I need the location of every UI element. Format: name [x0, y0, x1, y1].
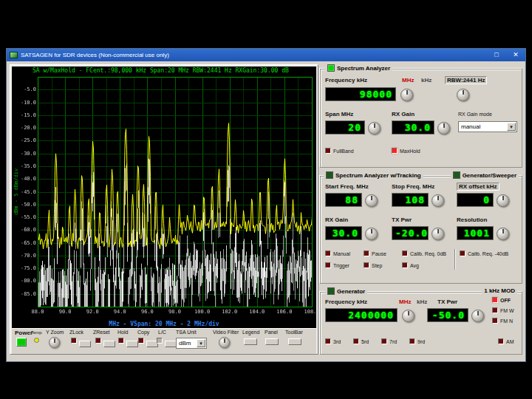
pause-indicator-icon [364, 250, 369, 256]
calib-0db-label: Calib. Req. 0dB [410, 251, 446, 256]
video-filter-knob[interactable] [219, 337, 230, 348]
avg-label: Avg [410, 263, 419, 268]
trigger-label: Trigger [333, 263, 349, 268]
hold-button[interactable] [126, 341, 138, 347]
trk-txpwr-knob[interactable] [432, 228, 444, 240]
gen-unit-khz[interactable]: kHz [417, 299, 427, 305]
sa-unit-mhz[interactable]: MHz [402, 77, 414, 83]
rx-offset-display[interactable]: 0 [457, 193, 494, 207]
start-freq-knob[interactable] [365, 194, 378, 207]
legend-label: Legend [242, 330, 259, 335]
gen-frequency-knob[interactable] [402, 310, 415, 322]
hold-label: Hold [117, 330, 128, 335]
maximize-button[interactable]: □ [488, 50, 505, 61]
power-button[interactable] [16, 338, 27, 347]
generator-title-text: Generator [337, 288, 365, 295]
harmonic-5rd-checkbox[interactable]: 5rd [353, 338, 369, 344]
close-button[interactable]: ✕ [508, 50, 524, 61]
sa-rbw-knob[interactable] [457, 89, 469, 101]
resolution-display[interactable]: 1001 [457, 226, 494, 240]
tracking-title: Spectrum Analyzer w/Tracking [324, 171, 423, 179]
calib-40db-checkbox[interactable]: Calib. Req. -40dB [460, 250, 508, 256]
copy-label: Copy [137, 330, 149, 335]
rx-offset-knob[interactable] [497, 194, 509, 207]
start-freq-display[interactable]: 88 [325, 193, 362, 207]
resolution-knob[interactable] [497, 228, 509, 240]
gen-txpwr-knob[interactable] [471, 310, 484, 322]
copy-indicator [138, 338, 144, 344]
manual-checkbox[interactable]: Manual [325, 250, 350, 256]
spectrum-display: SA w/MaxHold - FCent.:98,000 kHz Span:20… [12, 66, 316, 328]
toolbar-button[interactable] [288, 338, 301, 345]
spectrum-plot[interactable] [13, 75, 316, 316]
gen-frequency-display[interactable]: 2400000 [325, 308, 398, 322]
harmonic-3rd-label: 3rd [333, 339, 341, 344]
mod-fmw-label: FM W [500, 308, 514, 313]
spectrum-footer-text: MHz - VSpan: 20 MHz - 2 MHz/div [12, 321, 316, 327]
title-bar[interactable]: SATSAGEN for SDR devices (Non-commercial… [7, 49, 525, 61]
harmonic-9rd-checkbox[interactable]: 9rd [409, 338, 425, 344]
manual-indicator-icon [325, 250, 331, 256]
mod-fmw-indicator-icon [492, 307, 498, 313]
stop-freq-label: Stop Freq. MHz [392, 183, 434, 190]
lc-button[interactable] [165, 341, 177, 347]
mod-title: 1 kHz MOD [482, 287, 517, 294]
trigger-checkbox[interactable]: Trigger [325, 262, 349, 268]
gen-unit-mhz[interactable]: MHz [399, 299, 411, 305]
calib-0db-indicator-icon [402, 250, 408, 256]
sa-frequency-display[interactable]: 98000 [325, 87, 396, 101]
panel-label: Panel [265, 330, 278, 335]
sa-span-display[interactable]: 20 [325, 120, 365, 134]
toolbar-label: ToolBar [285, 330, 303, 335]
chevron-down-icon[interactable]: ▼ [197, 339, 205, 347]
sa-rxgain-mode-dropdown[interactable]: manual ▼ [458, 121, 517, 132]
mod-fmn-radio[interactable]: FM N [492, 318, 513, 324]
sa-frequency-knob[interactable] [400, 89, 413, 101]
mod-am-checkbox[interactable]: AM [498, 338, 514, 344]
legend-button[interactable] [244, 338, 257, 345]
calib-0db-checkbox[interactable]: Calib. Req. 0dB [402, 250, 446, 256]
harmonic-5rd-indicator-icon [353, 338, 359, 344]
sa-rbw-label: RBW:2441 Hz [445, 76, 487, 84]
tracking-led-icon[interactable] [326, 171, 333, 179]
yzoom-label: Y Zoom [46, 330, 64, 335]
bottom-control-strip: Power Temp Y Zoom ZLock ZReset Hold Copy… [12, 328, 316, 354]
tsa-unit-dropdown[interactable]: dBm ▼ [176, 338, 207, 349]
harmonic-7rd-indicator-icon [381, 338, 387, 344]
stop-freq-display[interactable]: 108 [392, 193, 429, 207]
generator-led-icon[interactable] [327, 287, 335, 295]
gen-txpwr-display[interactable]: -50.0 [427, 308, 468, 322]
sa-maxhold-checkbox[interactable]: MaxHold [392, 148, 420, 154]
trk-rxgain-display[interactable]: 30.0 [325, 226, 362, 240]
spectrum-header-text: SA w/MaxHold - FCent.:98,000 kHz Span:20… [33, 67, 289, 74]
sweeper-led-icon[interactable] [453, 171, 460, 179]
trk-rxgain-knob[interactable] [365, 228, 378, 240]
spectrum-analyzer-led-icon[interactable] [327, 64, 335, 72]
zreset-button[interactable] [103, 341, 115, 347]
tracking-group: Spectrum Analyzer w/Tracking Generator/S… [320, 176, 522, 284]
pause-checkbox[interactable]: Pause [364, 250, 386, 256]
step-checkbox[interactable]: Step [364, 262, 382, 268]
stop-freq-knob[interactable] [432, 194, 444, 207]
sa-frequency-label: Frequency kHz [325, 77, 367, 83]
mod-fmn-label: FM N [500, 318, 513, 324]
mod-off-radio[interactable]: OFF [492, 297, 511, 303]
trk-txpwr-display[interactable]: -20.0 [392, 226, 429, 240]
panel-button[interactable] [265, 338, 279, 345]
chevron-down-icon[interactable]: ▼ [507, 123, 516, 131]
harmonic-3rd-checkbox[interactable]: 3rd [325, 338, 341, 344]
sa-span-knob[interactable] [368, 122, 381, 134]
sa-rxgain-label: RX Gain [392, 111, 415, 117]
yzoom-knob[interactable] [49, 337, 60, 348]
avg-checkbox[interactable]: Avg [402, 262, 419, 268]
sa-rxgain-knob[interactable] [437, 122, 450, 134]
sa-rxgain-display[interactable]: 30.0 [392, 120, 434, 134]
mod-fmw-radio[interactable]: FM W [492, 307, 514, 313]
sa-unit-khz[interactable]: kHz [421, 77, 432, 83]
trk-txpwr-label: TX Pwr [392, 216, 412, 223]
video-filter-label: Video Filter [213, 330, 239, 335]
fullband-indicator-icon [325, 148, 331, 154]
harmonic-7rd-checkbox[interactable]: 7rd [381, 338, 397, 344]
zlock-button[interactable] [79, 341, 91, 347]
sa-fullband-checkbox[interactable]: FullBand [325, 148, 354, 154]
